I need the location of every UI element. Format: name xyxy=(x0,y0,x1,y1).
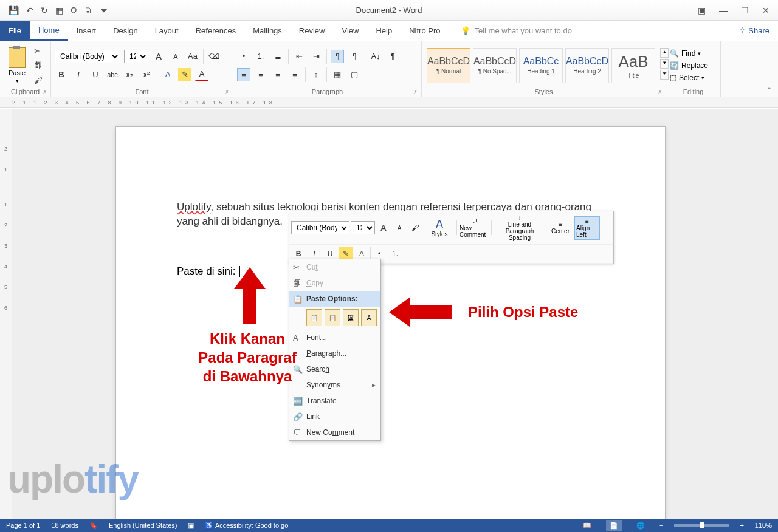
horizontal-ruler[interactable]: 2 1 1 2 3 4 5 6 7 8 9 10 11 12 13 14 15 … xyxy=(0,97,778,108)
paragraph-2[interactable]: Paste di sini: xyxy=(177,265,604,278)
bullets-button[interactable]: • xyxy=(237,50,250,63)
paste-drop-icon[interactable]: ▾ xyxy=(16,78,19,84)
sort-button[interactable]: A↓ xyxy=(369,50,382,63)
tab-mailings[interactable]: Mailings xyxy=(244,21,291,41)
close-icon[interactable]: ✕ xyxy=(762,5,769,15)
tab-home[interactable]: Home xyxy=(30,21,68,41)
styles-launcher-icon[interactable]: ⭷ xyxy=(656,89,662,95)
paste-keep-source-button[interactable]: 📋 xyxy=(306,309,322,326)
status-words[interactable]: 18 words xyxy=(51,522,78,529)
format-painter-icon[interactable]: 🖌 xyxy=(34,75,43,85)
status-page[interactable]: Page 1 of 1 xyxy=(6,522,40,529)
collapse-ribbon-icon[interactable]: ⌃ xyxy=(766,86,772,94)
mini-new-comment-button[interactable]: 🗨New Comment xyxy=(458,217,490,239)
style-no-spacing[interactable]: AaBbCcD¶ No Spac... xyxy=(473,48,517,83)
rtl-button[interactable]: ¶ xyxy=(348,50,361,63)
subscript-button[interactable]: x₂ xyxy=(123,68,136,81)
italic-button[interactable]: I xyxy=(72,68,85,81)
tab-insert[interactable]: Insert xyxy=(68,21,105,41)
strike-button[interactable]: abc xyxy=(106,68,119,81)
tab-file[interactable]: File xyxy=(0,21,30,41)
style-normal[interactable]: AaBbCcD¶ Normal xyxy=(427,48,470,83)
font-name-combo[interactable]: Calibri (Body) xyxy=(55,50,120,63)
paste-text-only-button[interactable]: A xyxy=(361,309,377,326)
ctx-search[interactable]: 🔍Search xyxy=(289,361,380,377)
ctx-translate[interactable]: 🔤Translate xyxy=(289,393,380,409)
maximize-icon[interactable]: ☐ xyxy=(741,5,749,15)
select-button[interactable]: ⬚Select▾ xyxy=(670,73,708,82)
bold-button[interactable]: B xyxy=(55,68,68,81)
paste-button[interactable]: Paste ▾ xyxy=(4,47,30,84)
save-icon[interactable]: 💾 xyxy=(9,5,19,15)
redo-icon[interactable]: ↻ xyxy=(41,5,48,15)
font-color-button[interactable]: A xyxy=(195,68,208,81)
align-left-button[interactable]: ≡ xyxy=(237,68,250,81)
numbering-button[interactable]: 1. xyxy=(254,50,267,63)
zoom-slider[interactable] xyxy=(674,524,729,527)
status-spell-icon[interactable]: 🔖 xyxy=(89,522,98,530)
minimize-icon[interactable]: — xyxy=(719,5,728,15)
styles-gallery[interactable]: AaBbCcD¶ Normal AaBbCcD¶ No Spac... AaBb… xyxy=(425,47,670,84)
newpage-icon[interactable]: 🗎 xyxy=(84,5,92,15)
mini-styles-button[interactable]: AStyles xyxy=(424,217,455,239)
view-print-icon[interactable]: 📄 xyxy=(606,520,622,531)
qat-more-icon[interactable]: ⏷ xyxy=(100,5,108,15)
paste-picture-button[interactable]: 🖼 xyxy=(343,309,359,326)
clipboard-launcher-icon[interactable]: ⭷ xyxy=(41,89,47,95)
font-launcher-icon[interactable]: ⭷ xyxy=(224,89,229,95)
tell-me[interactable]: 💡 Tell me what you want to do xyxy=(461,26,571,35)
table-icon[interactable]: ▦ xyxy=(55,5,63,15)
superscript-button[interactable]: x² xyxy=(140,68,153,81)
share-button[interactable]: ⇪ Share xyxy=(739,26,769,35)
status-macro-icon[interactable]: ▣ xyxy=(188,522,194,530)
status-language[interactable]: English (United States) xyxy=(109,522,177,529)
mini-painter-button[interactable]: 🖌 xyxy=(408,220,422,235)
ctx-paragraph[interactable]: ≡Paragraph... xyxy=(289,346,380,361)
mini-grow-button[interactable]: A xyxy=(376,220,391,235)
status-accessibility[interactable]: ♿ Accessibility: Good to go xyxy=(205,522,288,530)
zoom-out-button[interactable]: − xyxy=(659,522,663,529)
change-case-button[interactable]: Aa xyxy=(186,50,199,63)
paste-merge-button[interactable]: 📋 xyxy=(325,309,340,326)
zoom-level[interactable]: 110% xyxy=(755,522,772,529)
ctx-synonyms[interactable]: Synonyms▸ xyxy=(289,377,380,393)
undo-icon[interactable]: ↶ xyxy=(26,5,33,15)
tab-review[interactable]: Review xyxy=(291,21,334,41)
justify-button[interactable]: ≡ xyxy=(288,68,301,81)
mini-font-name[interactable]: Calibri (Body) xyxy=(291,221,349,234)
tab-help[interactable]: Help xyxy=(367,21,401,41)
cut-icon[interactable]: ✂ xyxy=(34,46,43,56)
ctx-font[interactable]: AFont... xyxy=(289,330,380,346)
view-read-icon[interactable]: 📖 xyxy=(579,520,595,531)
tab-nitro[interactable]: Nitro Pro xyxy=(401,21,449,41)
mini-center-button[interactable]: ≡Center xyxy=(548,220,573,236)
line-spacing-button[interactable]: ↕ xyxy=(309,68,323,81)
style-heading2[interactable]: AaBbCcDHeading 2 xyxy=(565,48,609,83)
multilevel-button[interactable]: ≣ xyxy=(271,50,284,63)
decrease-indent-button[interactable]: ⇤ xyxy=(292,50,306,63)
zoom-in-button[interactable]: + xyxy=(740,522,743,529)
shading-button[interactable]: ▦ xyxy=(331,68,344,81)
copy-icon[interactable]: 🗐 xyxy=(34,61,43,70)
mini-shrink-button[interactable]: A xyxy=(392,220,407,235)
tab-design[interactable]: Design xyxy=(105,21,146,41)
font-size-combo[interactable]: 12 xyxy=(124,50,148,63)
style-title[interactable]: AaBTitle xyxy=(611,48,655,83)
tab-references[interactable]: References xyxy=(187,21,244,41)
mini-align-left-button[interactable]: ≡Align Left xyxy=(574,216,600,240)
zoom-thumb[interactable] xyxy=(700,522,704,528)
shrink-font-button[interactable]: A xyxy=(169,50,182,63)
underline-button[interactable]: U xyxy=(89,68,102,81)
align-right-button[interactable]: ≡ xyxy=(271,68,284,81)
find-button[interactable]: 🔍Find▾ xyxy=(670,49,708,58)
view-web-icon[interactable]: 🌐 xyxy=(633,520,649,531)
highlight-button[interactable]: ✎ xyxy=(178,68,191,81)
mini-line-spacing-button[interactable]: ↕Line and Paragraph Spacing xyxy=(493,213,546,242)
ctx-new-comment[interactable]: 🗨New Comment xyxy=(289,425,380,440)
paragraph-launcher-icon[interactable]: ⭷ xyxy=(412,89,418,95)
show-marks-button[interactable]: ¶ xyxy=(386,50,399,63)
borders-button[interactable]: ▢ xyxy=(348,68,361,81)
replace-button[interactable]: 🔄Replace xyxy=(670,61,708,70)
document-page[interactable]: Uplotify, sebuah situs teknologi berisi … xyxy=(115,126,666,519)
style-heading1[interactable]: AaBbCcHeading 1 xyxy=(519,48,563,83)
